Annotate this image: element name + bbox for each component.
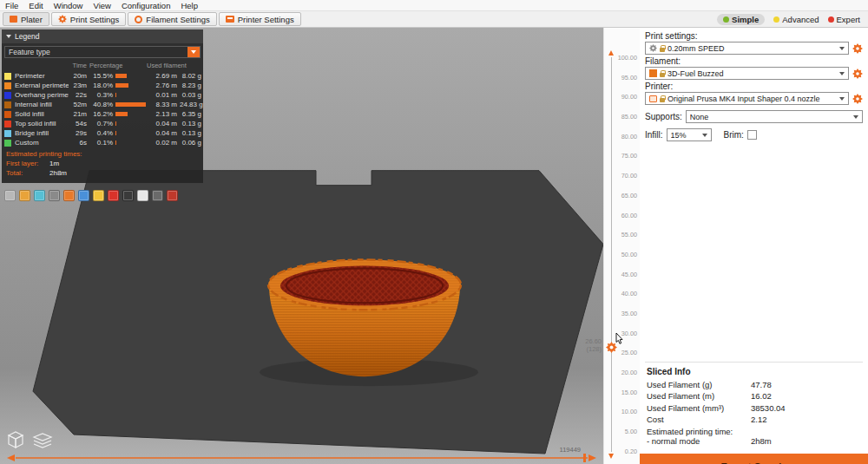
menu-window[interactable]: Window — [49, 1, 89, 10]
tick-label: 65.00 — [621, 192, 637, 199]
sliced-info-title: Sliced Info — [647, 367, 861, 376]
export-gcode-button[interactable]: Export G-code — [640, 454, 868, 464]
feature-label: Top solid infill — [15, 120, 69, 127]
tab-filament-settings[interactable]: Filament Settings — [128, 12, 216, 26]
move-slider-handle[interactable] — [583, 454, 586, 462]
feature-percentage-bar — [115, 82, 147, 89]
legend-row: External perimeter 23m 18.0% 2.76 m 8.23… — [2, 81, 203, 90]
menu-file[interactable]: File — [0, 1, 23, 10]
chevron-down-icon — [702, 134, 707, 137]
brim-checkbox[interactable] — [747, 130, 757, 140]
retractions-icon[interactable] — [34, 190, 45, 201]
feature-color-chip — [4, 140, 11, 147]
supports-value: None — [690, 113, 851, 121]
col-percentage: Percentage — [89, 62, 147, 69]
feature-used-g: 6.35 g — [180, 110, 204, 118]
legend-toggle-icon[interactable] — [152, 190, 163, 201]
print-settings-edit-button[interactable] — [852, 43, 863, 54]
printer-label: Printer: — [645, 82, 863, 91]
filament-edit-button[interactable] — [852, 69, 863, 79]
tick-label: 10.00 — [621, 408, 637, 415]
total-time-value: 2h8m — [49, 169, 67, 179]
current-layer: (128) — [560, 345, 602, 353]
feature-color-chip — [4, 101, 11, 108]
pause-prints-icon[interactable] — [93, 190, 104, 201]
feature-used-g: 0.13 g — [180, 129, 204, 137]
menu-configuration[interactable]: Configuration — [116, 1, 176, 10]
lock-icon — [660, 48, 665, 52]
filament-spool-icon — [135, 16, 142, 23]
lock-icon — [660, 98, 665, 102]
mode-advanced-label: Advanced — [782, 15, 819, 24]
move-slider-left-arrow[interactable] — [7, 454, 15, 461]
sliced-info-row: - normal mode 2h8m — [647, 436, 861, 446]
menu-help[interactable]: Help — [175, 1, 203, 10]
deretractions-icon[interactable] — [49, 190, 60, 201]
feature-color-chip — [4, 82, 11, 89]
lock-icon — [660, 73, 665, 77]
wipe-icon[interactable] — [19, 190, 30, 201]
legend-row: Solid infill 21m 16.2% 2.13 m 6.35 g — [2, 109, 203, 119]
tick-label: 60.00 — [621, 212, 637, 219]
3d-view-icon[interactable] — [5, 428, 26, 450]
infill-select[interactable]: 15% — [667, 128, 712, 141]
feature-percentage-bar — [115, 91, 147, 99]
menu-view[interactable]: View — [88, 1, 115, 10]
col-time: Time — [69, 62, 89, 69]
travels-icon[interactable] — [4, 190, 16, 201]
tool-marker-icon[interactable] — [137, 190, 148, 201]
layer-slider-track[interactable] — [611, 57, 612, 452]
shells-icon[interactable] — [122, 190, 134, 201]
feature-used-m: 0.01 m — [147, 91, 180, 99]
legend-header[interactable]: Legend — [2, 29, 203, 43]
move-slider[interactable] — [5, 453, 598, 463]
si-value: 47.78 — [751, 380, 861, 389]
feature-used-g: 8.02 g — [180, 72, 204, 80]
chevron-down-icon — [839, 72, 845, 75]
3d-viewport[interactable]: Legend Feature type Time Percentage Used… — [0, 28, 603, 464]
tick-label: 20.00 — [621, 369, 637, 376]
si-value: 38530.04 — [751, 403, 861, 413]
layers-view-icon[interactable] — [31, 433, 54, 450]
layer-slider-up-arrow[interactable] — [608, 50, 614, 56]
feature-percentage-bar — [115, 72, 147, 80]
move-slider-right-arrow[interactable] — [589, 454, 596, 461]
feature-label: Overhang perimeter — [15, 91, 69, 99]
legend-row: Perimeter 20m 15.5% 2.69 m 8.02 g — [2, 71, 203, 81]
mode-expert[interactable]: Expert — [828, 15, 860, 24]
tick-label: 95.00 — [621, 74, 637, 82]
tick-label: 0.20 — [625, 448, 637, 455]
printer-edit-button[interactable] — [852, 94, 863, 104]
filament-select[interactable]: 3D-Fuel Buzzed — [645, 67, 849, 80]
view-type-select[interactable]: Feature type — [4, 46, 201, 58]
tab-printer-settings[interactable]: Printer Settings — [219, 12, 301, 26]
mode-advanced[interactable]: Advanced — [773, 15, 819, 24]
print-settings-select[interactable]: 0.20mm SPEED — [645, 42, 849, 55]
legend-row: Top solid infill 54s 0.7% 0.04 m 0.13 g — [2, 119, 203, 128]
layer-slider-ticks: 100.00 95.00 90.00 85.00 80.00 75.00 70.… — [615, 54, 637, 455]
layer-slider[interactable]: 100.00 95.00 90.00 85.00 80.00 75.00 70.… — [603, 28, 640, 464]
si-label: Used Filament (m) — [647, 391, 751, 401]
view-type-value: Feature type — [9, 48, 50, 56]
menu-edit[interactable]: Edit — [23, 1, 48, 10]
view-type-dropdown-button[interactable] — [187, 47, 200, 57]
sliced-model[interactable] — [260, 259, 478, 386]
custom-gcodes-icon[interactable] — [108, 190, 119, 201]
tab-plater[interactable]: Plater — [3, 12, 49, 26]
layer-slider-down-arrow[interactable] — [608, 454, 614, 459]
feature-used-m: 0.02 m — [147, 139, 180, 147]
seams-icon[interactable] — [63, 190, 75, 201]
color-changes-icon[interactable] — [78, 190, 89, 201]
mode-simple[interactable]: Simple — [717, 14, 765, 25]
supports-select[interactable]: None — [686, 110, 863, 123]
feature-percentage: 18.0% — [89, 82, 115, 89]
move-slider-track[interactable] — [5, 453, 598, 463]
feature-color-chip — [4, 130, 11, 137]
tick-label: 35.00 — [621, 310, 637, 317]
printer-icon — [226, 16, 234, 23]
printer-select[interactable]: Original Prusa MK4 Input Shaper 0.4 nozz… — [645, 92, 849, 105]
tab-print-settings[interactable]: Print Settings — [51, 12, 127, 26]
travel-time-icon[interactable] — [167, 190, 178, 201]
infill-label: Infill: — [645, 130, 663, 140]
feature-time: 29s — [69, 129, 89, 137]
